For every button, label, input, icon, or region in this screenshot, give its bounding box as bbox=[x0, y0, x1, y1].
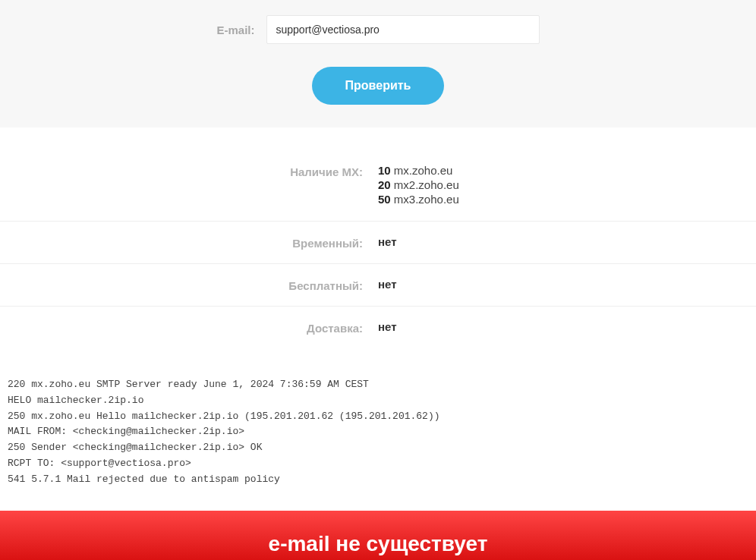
delivery-value: нет bbox=[378, 320, 756, 335]
mx-host: mx.zoho.eu bbox=[394, 164, 453, 177]
check-button[interactable]: Проверить bbox=[312, 67, 445, 105]
email-input[interactable] bbox=[266, 15, 540, 44]
result-row-delivery: Доставка: нет bbox=[0, 307, 756, 348]
mx-priority: 10 bbox=[378, 164, 391, 177]
mx-label: Наличие MX: bbox=[0, 164, 378, 207]
result-row-temporary: Временный: нет bbox=[0, 222, 756, 264]
form-row: E-mail: bbox=[0, 15, 756, 44]
form-section: E-mail: Проверить bbox=[0, 0, 756, 127]
free-value: нет bbox=[378, 278, 756, 292]
result-row-free: Бесплатный: нет bbox=[0, 264, 756, 307]
mx-priority: 20 bbox=[378, 178, 391, 191]
mx-item: 50 mx3.zoho.eu bbox=[378, 193, 756, 206]
mx-priority: 50 bbox=[378, 193, 391, 206]
temporary-value: нет bbox=[378, 235, 756, 250]
mx-value: 10 mx.zoho.eu 20 mx2.zoho.eu 50 mx3.zoho… bbox=[378, 164, 756, 207]
email-label: E-mail: bbox=[216, 24, 254, 36]
free-label: Бесплатный: bbox=[0, 278, 378, 292]
temporary-label: Временный: bbox=[0, 235, 378, 250]
mx-host: mx3.zoho.eu bbox=[394, 193, 459, 206]
smtp-log: 220 mx.zoho.eu SMTP Server ready June 1,… bbox=[0, 363, 756, 502]
mx-list: 10 mx.zoho.eu 20 mx2.zoho.eu 50 mx3.zoho… bbox=[378, 164, 756, 206]
results-section: Наличие MX: 10 mx.zoho.eu 20 mx2.zoho.eu… bbox=[0, 127, 756, 356]
mx-host: mx2.zoho.eu bbox=[394, 178, 459, 191]
delivery-label: Доставка: bbox=[0, 320, 378, 335]
status-banner: e-mail не существует bbox=[0, 511, 756, 560]
mx-item: 20 mx2.zoho.eu bbox=[378, 178, 756, 191]
result-row-mx: Наличие MX: 10 mx.zoho.eu 20 mx2.zoho.eu… bbox=[0, 150, 756, 222]
mx-item: 10 mx.zoho.eu bbox=[378, 164, 756, 177]
